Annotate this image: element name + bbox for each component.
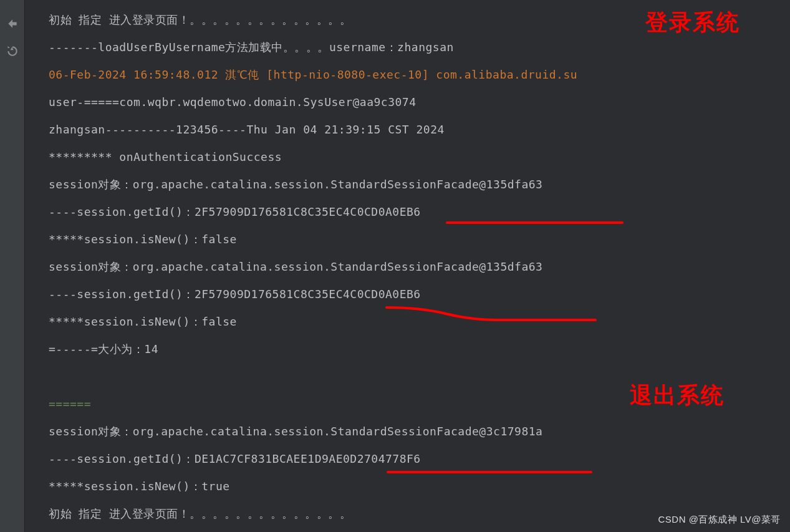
log-line: user-=====com.wqbr.wqdemotwo.domain.SysU… [49,89,781,116]
log-line: session对象：org.apache.catalina.session.St… [49,418,781,445]
log-line: *****session.isNew()：false [49,226,781,253]
log-line: zhangsan----------123456----Thu Jan 04 2… [49,116,781,143]
app-container: 初始 指定 进入登录页面！。。。。。。。。。。。。。。 -------loadU… [0,0,790,532]
log-line: *****session.isNew()：true [49,473,781,500]
log-line: ----session.getId()：DE1AC7CF831BCAEE1D9A… [49,445,781,473]
refresh-icon[interactable] [6,45,19,57]
log-line: session对象：org.apache.catalina.session.St… [49,171,781,198]
console-output[interactable]: 初始 指定 进入登录页面！。。。。。。。。。。。。。。 -------loadU… [25,0,790,532]
log-line: =-----=大小为：14 [49,336,781,363]
log-line: session对象：org.apache.catalina.session.St… [49,253,781,281]
watermark: CSDN @百炼成神 LV@菜哥 [658,514,781,526]
log-line: ----session.getId()：2F57909D176581C8C35E… [49,198,781,226]
annotation-underline [446,221,624,224]
annotation-underline [387,471,592,473]
annotation-login: 登录系统 [645,7,740,38]
annotation-underline-curve [383,302,608,327]
sidebar [0,0,25,532]
collapse-icon[interactable] [6,17,19,30]
log-line: 06-Feb-2024 16:59:48.012 淇℃伅 [http-nio-8… [49,61,781,89]
log-line: ********* onAuthenticationSuccess [49,143,781,171]
annotation-logout: 退出系统 [630,380,725,411]
